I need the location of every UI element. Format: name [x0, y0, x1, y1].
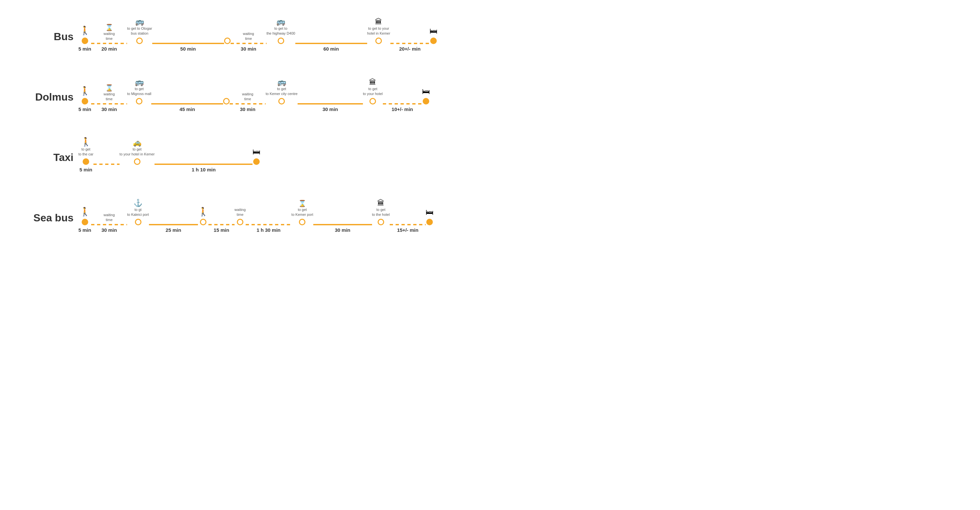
dolmus-seg-1: ⌛ waitingtime 30 min — [91, 82, 127, 118]
seabus-seg-5: 30 min — [313, 203, 372, 238]
bus-icon-d2: 🚌 — [277, 78, 286, 87]
seabus-seg-1: waitingtime 30 min — [91, 203, 127, 238]
bus-icon-d1: 🚌 — [135, 78, 144, 87]
bus-label: Bus — [33, 31, 78, 43]
dolmus-node-2: 🚌 to getto Migross mall — [127, 77, 151, 118]
seabus-section: Sea bus 🚶 5 min waitingtime 30 min — [33, 197, 457, 238]
walk-icon-s2: 🚶 — [198, 207, 208, 217]
taxi-node-2: 🚕 to getto your hotel in Kemer — [119, 137, 155, 178]
bus-seg-2: 50 min — [152, 22, 224, 57]
taxi-icon: 🚕 — [133, 138, 142, 147]
bus-node-1: 🚶 5 min — [78, 16, 91, 57]
bus-icon-1: 🚌 — [135, 17, 144, 26]
seabus-label: Sea bus — [33, 212, 78, 224]
bus-seg-4: 60 min — [295, 22, 367, 57]
taxi-seg-1 — [94, 142, 119, 178]
hourglass-icon-d: ⌛ — [105, 84, 113, 92]
seabus-seg-4: 1 h 30 min — [246, 203, 291, 238]
seabus-node-3: 🚶 — [198, 197, 208, 238]
boat-icon-s: ⚓ — [134, 199, 142, 207]
hotel-icon-s: 🏛 — [377, 199, 385, 207]
dolmus-node-4: 🚌 to getto Kemer city centre — [266, 77, 298, 118]
seabus-seg-2: 25 min — [149, 203, 198, 238]
seabus-node-2: ⚓ to gtto Kaleici port — [127, 197, 149, 238]
dolmus-seg-5: 10+/- min — [383, 82, 422, 118]
seabus-node-5: ⌛ to getto Kemer port — [291, 197, 313, 238]
bed-icon-d: 🛏 — [422, 87, 430, 96]
dolmus-node-5: 🏛 to getto your hotel — [363, 77, 383, 118]
walk-icon-d: 🚶 — [80, 86, 90, 96]
seabus-end-node: 🛏 — [426, 197, 433, 238]
taxi-section: Taxi 🚶 to getto the car 5 min — [33, 137, 457, 178]
seabus-seg-6: 15+/- min — [390, 203, 426, 238]
walk-icon-t: 🚶 — [81, 137, 91, 147]
dolmus-seg-3: waitingtime 30 min — [230, 82, 266, 118]
taxi-node-1: 🚶 to getto the car 5 min — [78, 137, 94, 178]
hotel-icon-1: 🏛 — [375, 17, 382, 26]
bed-icon-1: 🛏 — [430, 27, 438, 36]
dolmus-node-3 — [223, 77, 230, 118]
taxi-label: Taxi — [33, 151, 78, 164]
seabus-seg-3: 15 min — [208, 203, 235, 238]
bus-end-node: 🛏 — [430, 16, 438, 57]
bus-seg-1: ⌛ waitingtime 20 min — [91, 22, 127, 57]
walk-icon-s: 🚶 — [80, 207, 90, 217]
seabus-node-6: 🏛 to getto the hotel — [372, 197, 390, 238]
hourglass-icon-1: ⌛ — [105, 24, 113, 31]
bus-node-2: 🚌 to get to Otogarbus station — [127, 16, 152, 57]
bed-icon-s: 🛏 — [426, 208, 433, 217]
bus-seg-3: waitingtime 30 min — [231, 22, 267, 57]
bus-node-5: 🏛 to get to yourhotel in Kemer — [367, 16, 390, 57]
hotel-icon-d: 🏛 — [369, 78, 376, 87]
taxi-end-node: 🛏 — [253, 137, 260, 178]
bus-icon-2: 🚌 — [276, 17, 285, 26]
bus-section: Bus 🚶 5 min ⌛ waitingtime — [33, 16, 457, 57]
hourglass-icon-s: ⌛ — [298, 200, 306, 207]
bus-node-4: 🚌 to get tothe highway D400 — [267, 16, 295, 57]
seabus-node-1: 🚶 5 min — [78, 197, 91, 238]
seabus-node-4: waitingtime — [235, 197, 246, 238]
dolmus-end-node: 🛏 — [422, 77, 430, 118]
taxi-seg-2: 1 h 10 min — [154, 142, 253, 178]
dolmus-node-1: 🚶 5 min — [78, 77, 91, 118]
bed-icon-t: 🛏 — [253, 147, 260, 156]
dolmus-section: Dolmus 🚶 5 min ⌛ waitingtime — [33, 77, 457, 118]
dolmus-seg-4: 30 min — [298, 82, 363, 118]
bus-seg-5: 20+/- min — [390, 22, 430, 57]
dolmus-seg-2: 45 min — [151, 82, 223, 118]
walk-icon: 🚶 — [80, 25, 90, 36]
bus-node-3 — [224, 16, 231, 57]
dolmus-label: Dolmus — [33, 91, 78, 103]
